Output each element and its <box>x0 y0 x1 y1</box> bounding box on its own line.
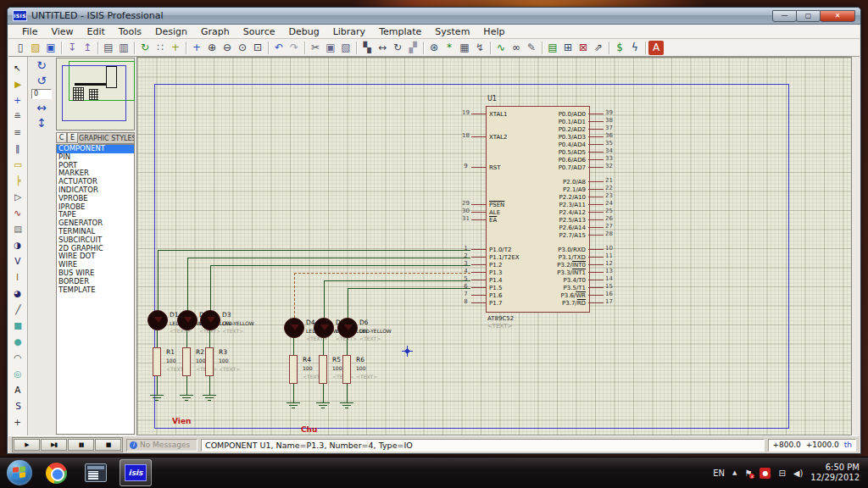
new-sheet-icon[interactable]: ⊞ <box>560 41 576 55</box>
make-device-icon[interactable]: * <box>442 41 457 55</box>
bill-of-materials-icon[interactable]: $ <box>612 41 627 55</box>
chip-pin[interactable]: P3.3/INT1 13 <box>520 269 615 276</box>
tray-expand-icon[interactable]: ▲ <box>732 469 737 476</box>
menu-view[interactable]: View <box>44 25 80 38</box>
led-d2[interactable] <box>177 310 198 330</box>
led-d6[interactable] <box>337 318 358 338</box>
step-button[interactable]: ▶▮ <box>41 439 67 451</box>
graph-mode-icon[interactable]: ∿ <box>10 205 26 221</box>
overview-minimap[interactable] <box>56 58 135 130</box>
2d-marker-icon[interactable]: + <box>10 414 26 430</box>
bus-mode-icon[interactable]: ∥ <box>10 141 26 157</box>
chip-pin[interactable]: P2.3/A11 24 <box>520 201 615 208</box>
menu-graph[interactable]: Graph <box>194 25 236 38</box>
chip-pin[interactable]: P0.4/AD4 35 <box>520 141 615 148</box>
close-button[interactable]: ✕ <box>820 10 855 22</box>
wire[interactable] <box>158 250 159 310</box>
message-indicator[interactable]: i No Messages <box>126 439 198 452</box>
led-d3[interactable] <box>200 310 220 330</box>
wire[interactable] <box>158 250 470 251</box>
menu-file[interactable]: File <box>15 25 44 38</box>
save-file-icon[interactable]: ▣ <box>43 41 58 55</box>
2d-circle-icon[interactable]: ● <box>10 334 26 350</box>
virtual-instruments-mode-icon[interactable]: ◕ <box>10 286 26 302</box>
import-section-icon[interactable]: ↧ <box>64 41 80 55</box>
chip-pin[interactable]: P0.7/AD7 32 <box>520 164 615 171</box>
wire-label-mode-icon[interactable]: ≞ <box>10 108 26 125</box>
cut-icon[interactable]: ✂ <box>308 41 323 55</box>
isis-taskbar-icon[interactable]: isis <box>120 459 152 486</box>
menu-source[interactable]: Source <box>236 25 282 38</box>
chip-pin[interactable]: P3.4/T0 14 <box>520 276 615 284</box>
led-d4[interactable] <box>284 318 304 338</box>
wire[interactable] <box>157 376 158 395</box>
chip-pin[interactable]: P0.5/AD5 34 <box>520 148 615 156</box>
chip-pin[interactable]: P2.4/A12 25 <box>520 208 615 216</box>
rotation-angle-field[interactable]: 0 <box>31 89 52 99</box>
mirror-vertical-icon[interactable]: ↕ <box>36 116 47 130</box>
chip-pin[interactable]: P3.0/RXD 10 <box>520 246 615 253</box>
device-pin-mode-icon[interactable]: ╞ <box>10 173 26 189</box>
chip-pin[interactable]: P2.0/A8 21 <box>520 178 615 186</box>
open-file-icon[interactable]: ▨ <box>28 41 43 55</box>
chip-pin[interactable]: P2.7/A15 28 <box>520 231 615 239</box>
current-probe-mode-icon[interactable]: I <box>10 269 26 286</box>
stop-button[interactable]: ■ <box>95 439 121 451</box>
wire[interactable] <box>157 330 158 347</box>
block-copy-icon[interactable]: ▚ <box>359 41 375 55</box>
pick-parts-icon[interactable]: ⊛ <box>426 41 442 55</box>
title-bar[interactable]: ISIS UNTITLED - ISIS Professional — ▢ ✕ <box>8 8 860 25</box>
chip-pin[interactable]: P0.3/AD3 36 <box>520 133 615 141</box>
pan-icon[interactable]: + <box>189 41 204 55</box>
chip-pin[interactable]: P0.1/AD1 38 <box>520 118 615 125</box>
copy-icon[interactable]: ▣ <box>323 41 338 55</box>
goto-sheet-icon[interactable]: ⇗ <box>591 41 606 55</box>
speaker-icon[interactable]: ◀) <box>793 469 804 478</box>
led-d5[interactable] <box>314 318 334 338</box>
menu-system[interactable]: System <box>428 25 476 38</box>
wire[interactable] <box>348 288 348 318</box>
action-center-icon[interactable]: ⚑x <box>744 469 752 478</box>
chip-pin[interactable]: P2.1/A9 22 <box>520 186 615 193</box>
menu-template[interactable]: Template <box>372 25 428 38</box>
search-tag-icon[interactable]: ∞ <box>509 41 524 55</box>
wire[interactable] <box>187 258 188 310</box>
clock[interactable]: 6:50 PM 12/29/2012 <box>810 463 860 483</box>
language-indicator[interactable]: EN <box>713 469 725 478</box>
selected-wire[interactable] <box>294 273 470 274</box>
property-assignment-icon[interactable]: ✎ <box>524 41 539 55</box>
menu-debug[interactable]: Debug <box>281 25 326 38</box>
minimize-button[interactable]: — <box>772 10 797 22</box>
chip-pin[interactable]: P0.0/AD0 39 <box>520 110 615 118</box>
redo-icon[interactable]: ↷ <box>287 41 302 55</box>
terminal-mode-icon[interactable]: ▷ <box>10 189 26 205</box>
rotate-cw-icon[interactable]: ↻ <box>36 58 47 72</box>
2d-box-icon[interactable]: ■ <box>10 318 26 334</box>
export-section-icon[interactable]: ↥ <box>80 41 95 55</box>
pause-button[interactable]: ▮▮ <box>68 439 94 451</box>
paste-icon[interactable]: ▧ <box>338 41 353 55</box>
chrome-taskbar-icon[interactable] <box>40 459 72 486</box>
menu-tools[interactable]: Tools <box>112 25 148 38</box>
schematic-canvas[interactable]: U1 AT89C52 <TEXT> 19 XTAL1 18 XTAL2 9 RS… <box>136 57 852 435</box>
menu-library[interactable]: Library <box>326 25 372 38</box>
chip-pin[interactable]: P3.2/INT0 12 <box>520 261 615 269</box>
remove-sheet-icon[interactable]: ⊠ <box>576 41 591 55</box>
wire[interactable] <box>324 280 470 281</box>
toggle-origin-icon[interactable]: + <box>168 41 183 55</box>
chip-pin[interactable]: P2.5/A13 26 <box>520 216 615 224</box>
chip-pin[interactable]: P3.5/T1 15 <box>520 284 615 291</box>
packaging-tool-icon[interactable]: ▦ <box>457 41 472 55</box>
2d-arc-icon[interactable]: ◠ <box>10 350 26 366</box>
2d-text-icon[interactable]: A <box>10 382 26 398</box>
wire[interactable] <box>348 288 470 289</box>
network-icon[interactable]: ⊟ <box>778 469 785 478</box>
new-file-icon[interactable]: ▯ <box>13 41 28 55</box>
block-move-icon[interactable]: ↔ <box>375 41 390 55</box>
chip-pin[interactable]: P2.6/A14 27 <box>520 224 615 231</box>
netlist-to-ares-icon[interactable]: A <box>648 41 664 55</box>
resistor-r1[interactable] <box>153 347 161 376</box>
chip-pin[interactable]: P3.1/TXD 11 <box>520 253 615 261</box>
print-icon[interactable]: ▤ <box>101 41 116 55</box>
chip-pin[interactable]: P0.6/AD6 33 <box>520 156 615 164</box>
